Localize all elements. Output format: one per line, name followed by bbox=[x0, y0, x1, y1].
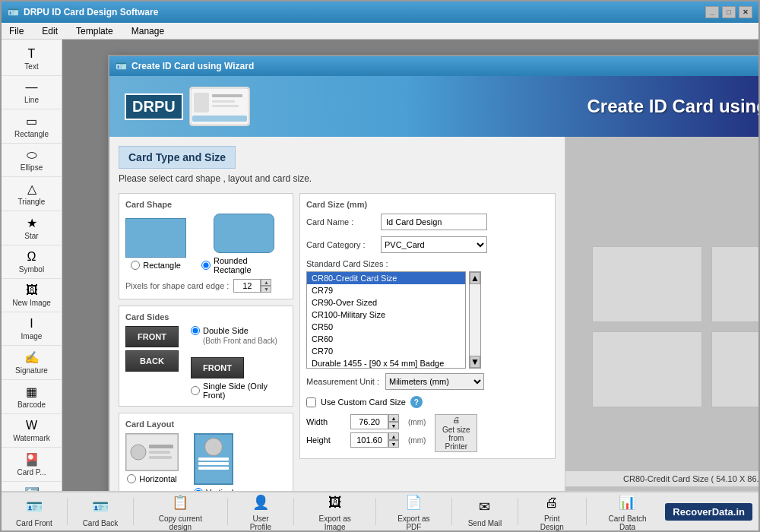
sidebar-item-symbol[interactable]: Ω Symbol bbox=[2, 245, 62, 279]
app-window: 🪪 DRPU ID Card Design Software _ □ ✕ Fil… bbox=[0, 0, 760, 532]
copy-design-button[interactable]: 📋 Copy current design bbox=[140, 489, 221, 532]
menu-template[interactable]: Template bbox=[71, 24, 118, 38]
sidebar-item-triangle[interactable]: △ Triangle bbox=[2, 177, 62, 211]
height-spinner[interactable]: ▲ ▼ bbox=[350, 432, 399, 448]
menu-manage[interactable]: Manage bbox=[127, 24, 169, 38]
single-side-radio-label[interactable]: Single Side (Only Front) bbox=[191, 382, 287, 400]
horizontal-radio-label[interactable]: Horizontal bbox=[127, 474, 177, 483]
height-down-button[interactable]: ▼ bbox=[388, 440, 399, 448]
help-circle-icon[interactable]: ? bbox=[410, 396, 423, 408]
vertical-radio-label[interactable]: Vertical bbox=[194, 488, 233, 491]
card-back-button[interactable]: 🪪 Card Back bbox=[74, 493, 127, 530]
pixel-edge-row: Pixels for shape card edge : ▲ ▼ bbox=[125, 279, 287, 293]
wizard-dialog: 🪪 Create ID Card using Wizard _ □ ✕ DRPU bbox=[108, 55, 758, 491]
sidebar-item-rectangle[interactable]: ▭ Rectangle bbox=[2, 109, 62, 144]
sidebar-item-new-image[interactable]: 🖼 New Image bbox=[2, 279, 62, 312]
vertical-radio[interactable] bbox=[194, 488, 203, 491]
line-icon: — bbox=[26, 81, 38, 94]
scrollbar-up[interactable]: ▲ bbox=[470, 272, 480, 284]
rectangle-label: Rectangle bbox=[143, 261, 181, 270]
size-durable-1455[interactable]: Durable 1455 - [90 x 54 mm] Badge bbox=[307, 357, 465, 369]
pixel-edge-up-button[interactable]: ▲ bbox=[261, 279, 271, 286]
close-button[interactable]: ✕ bbox=[739, 6, 752, 18]
rounded-rectangle-radio[interactable] bbox=[201, 261, 211, 270]
double-side-radio-label[interactable]: Double Side bbox=[191, 326, 287, 335]
size-cr50[interactable]: CR50 bbox=[307, 321, 465, 333]
menu-edit[interactable]: Edit bbox=[37, 24, 62, 38]
sidebar-item-line[interactable]: — Line bbox=[2, 76, 62, 109]
size-cr80[interactable]: CR80-Credit Card Size bbox=[307, 272, 465, 284]
sidebar-item-star[interactable]: ★ Star bbox=[2, 211, 62, 245]
sidebar-item-signature[interactable]: ✍ Signature bbox=[2, 346, 62, 380]
card-name-input[interactable] bbox=[381, 214, 487, 230]
sidebar-item-barcode[interactable]: ▦ Barcode bbox=[2, 380, 62, 414]
rectangle-radio[interactable] bbox=[131, 261, 140, 270]
double-side-label: Double Side bbox=[203, 326, 249, 335]
rounded-radio-label[interactable]: Rounded Rectangle bbox=[201, 256, 287, 274]
custom-size-checkbox[interactable] bbox=[306, 397, 316, 407]
standard-sizes-list[interactable]: CR80-Credit Card Size CR79 CR90-Over Siz… bbox=[306, 271, 466, 369]
card-batch-button[interactable]: 📊 Card Batch Data bbox=[593, 489, 663, 532]
card-category-row: Card Category : PVC_Card bbox=[306, 236, 549, 253]
card-front-button[interactable]: 🪪 Card Front bbox=[8, 493, 61, 530]
height-input[interactable] bbox=[350, 432, 388, 448]
single-side-radio[interactable] bbox=[191, 386, 200, 395]
card-layout-content: Horizontal bbox=[125, 433, 287, 491]
card-name-label: Card Name : bbox=[306, 217, 375, 226]
double-side-radio[interactable] bbox=[191, 326, 200, 335]
card-side-buttons: FRONT BACK bbox=[125, 326, 179, 400]
two-col-layout: Card Shape Rectangle bbox=[119, 193, 556, 491]
single-front-button[interactable]: FRONT bbox=[191, 357, 244, 378]
sidebar-item-ellipse[interactable]: ⬭ Ellipse bbox=[2, 144, 62, 177]
triangle-icon: △ bbox=[27, 182, 36, 196]
user-profile-button[interactable]: 👤 User Profile bbox=[234, 489, 288, 532]
minimize-button[interactable]: _ bbox=[705, 6, 719, 18]
card-shapes-container: Rectangle Rounded Rectangle bbox=[125, 214, 287, 274]
size-cr70[interactable]: CR70 bbox=[307, 345, 465, 357]
card-category-select[interactable]: PVC_Card bbox=[381, 236, 487, 253]
back-button[interactable]: BACK bbox=[125, 350, 179, 372]
separator-8 bbox=[586, 498, 587, 525]
preview-caption: CR80-Credit Card Size ( 54.10 X 86.00 mm… bbox=[565, 471, 758, 486]
app-titlebar-controls: _ □ ✕ bbox=[705, 6, 752, 18]
sidebar-item-card-p[interactable]: 🎴 Card P... bbox=[2, 448, 62, 482]
horizontal-radio[interactable] bbox=[127, 474, 136, 483]
height-up-button[interactable]: ▲ bbox=[388, 432, 399, 440]
sidebar-barcode-label: Barcode bbox=[17, 401, 46, 409]
width-down-button[interactable]: ▼ bbox=[388, 422, 399, 429]
width-up-button[interactable]: ▲ bbox=[388, 414, 399, 422]
sidebar-item-watermark[interactable]: W Watermark bbox=[2, 414, 62, 448]
export-image-button[interactable]: 🖼 Export as Image bbox=[300, 489, 369, 532]
send-mail-button[interactable]: ✉ Send Mail bbox=[458, 493, 511, 530]
pixel-edge-spinner-buttons: ▲ ▼ bbox=[261, 279, 271, 293]
sidebar-item-card-ba[interactable]: 🔙 Card Ba... bbox=[2, 482, 62, 491]
front-button[interactable]: FRONT bbox=[125, 326, 179, 347]
user-profile-label: User Profile bbox=[242, 515, 280, 531]
get-size-button[interactable]: 🖨 Get size from Printer bbox=[435, 414, 477, 452]
id-card-preview-icon bbox=[189, 87, 250, 126]
separator-6 bbox=[451, 498, 452, 525]
wizard-header: DRPU bbox=[109, 76, 758, 137]
sidebar-item-image[interactable]: I Image bbox=[2, 312, 62, 346]
sidebar-item-text[interactable]: T Text bbox=[2, 43, 62, 76]
pixel-edge-input[interactable] bbox=[233, 279, 261, 293]
sidebar-rectangle-label: Rectangle bbox=[14, 130, 49, 138]
width-spinner[interactable]: ▲ ▼ bbox=[350, 414, 399, 429]
maximize-button[interactable]: □ bbox=[722, 6, 736, 18]
size-cr60[interactable]: CR60 bbox=[307, 333, 465, 345]
print-design-button[interactable]: 🖨 Print Design bbox=[524, 489, 580, 532]
size-cr100[interactable]: CR100-Military Size bbox=[307, 309, 465, 321]
menu-file[interactable]: File bbox=[5, 24, 28, 38]
height-unit: (mm) bbox=[408, 436, 426, 445]
pixel-edge-spinner[interactable]: ▲ ▼ bbox=[233, 279, 271, 293]
scrollbar-down[interactable]: ▼ bbox=[470, 356, 480, 368]
rectangle-radio-label[interactable]: Rectangle bbox=[131, 261, 181, 270]
width-input[interactable] bbox=[350, 414, 388, 429]
measurement-select[interactable]: Milimeters (mm) bbox=[385, 373, 484, 390]
pixel-edge-down-button[interactable]: ▼ bbox=[261, 286, 271, 293]
right-column: Card Size (mm) Card Name : Card Category… bbox=[299, 193, 556, 491]
export-pdf-button[interactable]: 📄 Export as PDF bbox=[382, 489, 445, 532]
size-cr79[interactable]: CR79 bbox=[307, 284, 465, 296]
sidebar-signature-label: Signature bbox=[15, 366, 48, 375]
size-cr90[interactable]: CR90-Over Sized bbox=[307, 296, 465, 309]
